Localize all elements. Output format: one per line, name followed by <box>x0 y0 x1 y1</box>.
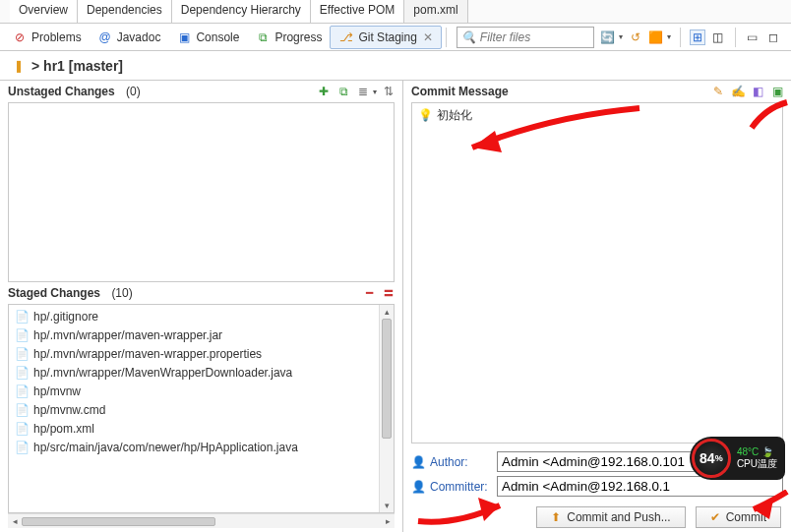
editor-tab-pom-xml[interactable]: pom.xml <box>404 0 467 23</box>
cpu-temp-value: 48°C <box>737 446 759 457</box>
list-item[interactable]: 📄hp/pom.xml <box>13 419 390 438</box>
scrollbar-vertical[interactable]: ▴ ▾ <box>379 305 394 512</box>
editor-tab-dependencies[interactable]: Dependencies <box>78 0 172 23</box>
list-item[interactable]: 📄hp/.mvn/wrapper/maven-wrapper.jar <box>13 325 390 344</box>
commit-message-text: 初始化 <box>437 108 472 122</box>
file-path: hp/src/main/java/com/newer/hp/HpApplicat… <box>33 441 298 454</box>
cylinder-icon[interactable]: 🟧 <box>648 30 664 45</box>
file-new-icon: 📄 <box>15 441 29 454</box>
list-item[interactable]: 📄hp/.mvn/wrapper/MavenWrapperDownloader.… <box>13 363 390 382</box>
committer-label: 👤Committer: <box>411 480 491 494</box>
list-item[interactable]: 📄hp/src/main/java/com/newer/hp/HpApplica… <box>13 438 390 456</box>
commit-button-row: ⬆ Commit and Push... ✔ Commit <box>403 499 791 532</box>
changeid-icon[interactable]: ◧ <box>750 84 765 99</box>
views-bar: ⊘ Problems @ Javadoc ▣ Console ⧉ Progres… <box>0 24 791 51</box>
list-icon[interactable]: ≣ <box>355 84 371 99</box>
columns-icon[interactable]: ◫ <box>710 30 726 45</box>
file-path: hp/mvnw <box>33 384 81 398</box>
scroll-right-button[interactable]: ▸ <box>381 516 395 526</box>
list-item[interactable]: 📄hp/.gitignore <box>13 307 390 325</box>
view-tab-git-staging[interactable]: ⎇ Git Staging ✕ <box>330 26 441 49</box>
chevron-down-icon[interactable]: ▾ <box>667 32 671 41</box>
repo-name: hr1 <box>43 58 65 74</box>
staged-header: Staged Changes (10) ━ 〓 <box>0 282 402 304</box>
staged-block: Staged Changes (10) ━ 〓 📄hp/.gitignore📄h… <box>0 282 402 532</box>
view-tab-problems[interactable]: ⊘ Problems <box>4 26 90 49</box>
view-tab-label: Javadoc <box>117 30 161 44</box>
editor-tab-bar: Overview Dependencies Dependency Hierarc… <box>0 0 791 24</box>
commit-heading: Commit Message <box>411 85 509 98</box>
stage-icon[interactable]: ✚ <box>316 84 332 99</box>
editor-tab-effective-pom[interactable]: Effective POM <box>311 0 404 23</box>
staged-title: Staged Changes <box>8 286 100 300</box>
gerrit-icon[interactable]: ▣ <box>769 84 785 99</box>
stage-all-icon[interactable]: ⧉ <box>335 84 351 99</box>
filter-input[interactable]: 🔍 Filter files <box>456 27 594 48</box>
commit-message-box[interactable]: 💡初始化 <box>411 102 783 443</box>
amend-commit-icon[interactable]: ✎ <box>710 84 726 99</box>
minimize-icon[interactable]: ▭ <box>745 30 761 45</box>
scroll-thumb[interactable] <box>382 319 392 439</box>
close-icon[interactable]: ✕ <box>423 30 433 44</box>
unstaged-count: (0) <box>126 85 141 98</box>
file-new-icon: 📄 <box>15 384 29 398</box>
unstage-icon[interactable]: ━ <box>361 285 377 301</box>
scrollbar-horizontal[interactable]: ◂ ▸ <box>8 513 395 528</box>
cpu-pct: 84 <box>700 450 715 466</box>
main-area: Unstaged Changes (0) ✚ ⧉ ≣▾ ⇅ Staged Cha… <box>0 81 791 532</box>
maximize-icon[interactable]: ◻ <box>765 30 781 45</box>
scroll-left-button[interactable]: ◂ <box>8 516 22 526</box>
signoff-icon[interactable]: ✍ <box>730 84 746 99</box>
unstaged-header: Unstaged Changes (0) ✚ ⧉ ≣▾ ⇅ <box>0 81 402 102</box>
editor-tab-overview[interactable]: Overview <box>10 0 78 23</box>
view-tab-progress[interactable]: ⧉ Progress <box>247 26 330 49</box>
console-icon: ▣ <box>176 30 192 45</box>
list-item[interactable]: 📄hp/mvnw <box>13 382 390 400</box>
scroll-thumb-h[interactable] <box>22 517 215 526</box>
view-tab-console[interactable]: ▣ Console <box>168 26 247 49</box>
sort-icon[interactable]: ⇅ <box>381 84 396 99</box>
progress-icon: ⧉ <box>255 30 271 45</box>
unstage-all-icon[interactable]: 〓 <box>381 285 396 301</box>
javadoc-icon: @ <box>97 30 113 45</box>
file-path: hp/mvnw.cmd <box>33 403 105 417</box>
leaf-icon: 🍃 <box>761 446 773 457</box>
file-path: hp/pom.xml <box>33 422 94 436</box>
cpu-pct-symbol: % <box>715 453 723 463</box>
chevron-down-icon[interactable]: ▾ <box>373 88 377 96</box>
author-label: 👤Author: <box>411 455 491 469</box>
problems-icon: ⊘ <box>12 30 28 45</box>
scroll-up-button[interactable]: ▴ <box>380 305 394 319</box>
view-tab-javadoc[interactable]: @ Javadoc <box>90 26 169 49</box>
separator <box>680 28 681 47</box>
view-tab-label: Git Staging <box>358 30 416 44</box>
view-tab-label: Problems <box>31 30 82 44</box>
person-icon: 👤 <box>411 455 426 469</box>
button-label: Commit and Push... <box>567 510 670 524</box>
file-path: hp/.mvn/wrapper/maven-wrapper.jar <box>33 328 222 342</box>
list-item[interactable]: 📄hp/mvnw.cmd <box>13 400 390 419</box>
layout-toggle-icon[interactable]: ⊞ <box>690 30 705 45</box>
file-new-icon: 📄 <box>15 422 29 436</box>
staged-pane[interactable]: 📄hp/.gitignore📄hp/.mvn/wrapper/maven-wra… <box>8 304 395 513</box>
commit-button[interactable]: ✔ Commit <box>696 506 781 528</box>
commit-and-push-button[interactable]: ⬆ Commit and Push... <box>536 506 685 528</box>
view-tab-label: Progress <box>274 30 322 44</box>
repo-branch: [master] <box>69 58 123 74</box>
file-new-icon: 📄 <box>15 347 29 361</box>
file-new-icon: 📄 <box>15 310 29 324</box>
view-tab-label: Console <box>196 30 239 44</box>
amend-icon[interactable]: ↺ <box>628 30 643 45</box>
unstaged-block: Unstaged Changes (0) ✚ ⧉ ≣▾ ⇅ <box>0 81 402 282</box>
cpu-temp-label: CPU温度 <box>737 458 777 470</box>
editor-tab-dependency-hierarchy[interactable]: Dependency Hierarchy <box>172 0 311 23</box>
separator <box>735 28 736 47</box>
unstaged-pane[interactable] <box>8 102 395 282</box>
scroll-down-button[interactable]: ▾ <box>380 499 394 512</box>
committer-label-text: Committer: <box>430 480 488 494</box>
chevron-down-icon[interactable]: ▾ <box>619 32 623 41</box>
refresh-icon[interactable]: 🔄 <box>600 30 616 45</box>
search-icon: 🔍 <box>461 30 476 44</box>
cpu-widget[interactable]: 84% 48°C 🍃 CPU温度 <box>690 437 785 480</box>
list-item[interactable]: 📄hp/.mvn/wrapper/maven-wrapper.propertie… <box>13 344 390 363</box>
